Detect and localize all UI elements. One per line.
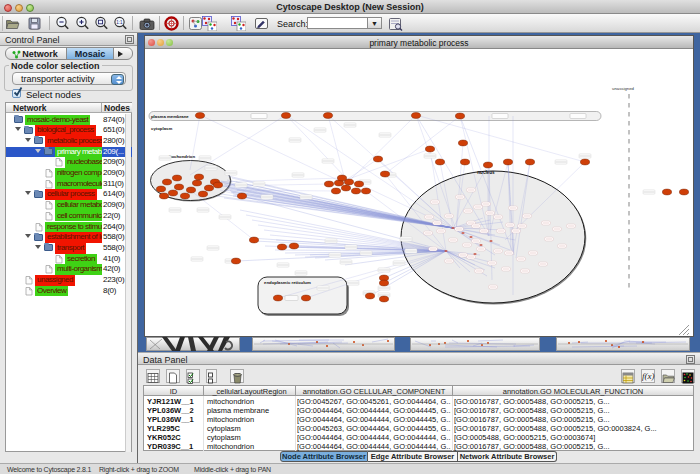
svg-text:cytoplasm: cytoplasm <box>151 125 172 130</box>
svg-text:unassigned: unassigned <box>612 86 635 91</box>
svg-text:1:1: 1:1 <box>116 20 123 25</box>
svg-text:endoplasmic reticulum: endoplasmic reticulum <box>264 279 311 284</box>
svg-text:plasma membrane: plasma membrane <box>151 113 189 118</box>
svg-text:nucleus: nucleus <box>477 169 495 174</box>
